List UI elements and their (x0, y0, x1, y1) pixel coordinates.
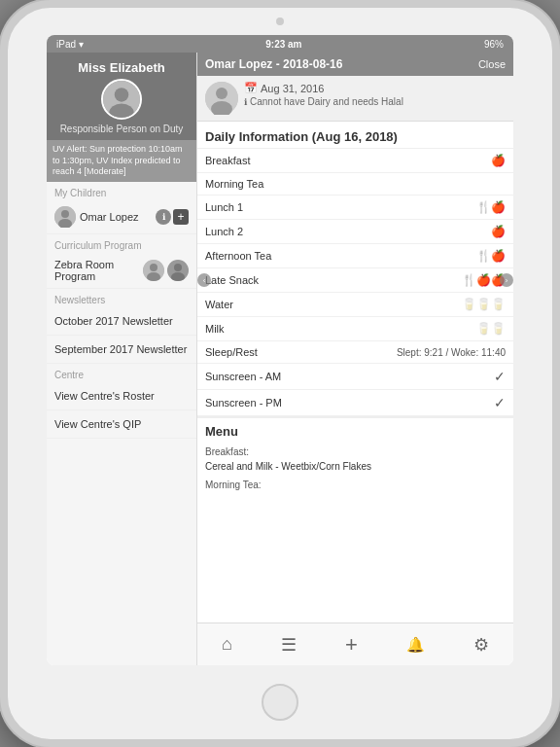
svg-point-10 (174, 264, 182, 271)
sidebar-section-curriculum: Curriculum Program (47, 234, 196, 253)
daily-info-header: Daily Information (Aug 16, 2018) (197, 122, 513, 149)
main-scroll[interactable]: Daily Information (Aug 16, 2018) Breakfa… (197, 122, 513, 622)
menu-item-breakfast-label: Breakfast: Cereal and Milk - Weetbix/Cor… (197, 443, 513, 476)
main-header: Omar Lopez - 2018-08-16 Close (197, 53, 513, 76)
meal-icons-afternoon-tea: 🍴🍎 (476, 249, 506, 263)
curriculum-avatar-2 (167, 260, 189, 281)
menu-section-header: Menu (197, 416, 513, 443)
meal-row-afternoon-tea: Afternoon Tea 🍴🍎 (197, 244, 513, 268)
sidebar-newsletter-sep[interactable]: September 2017 Newsletter (47, 336, 196, 364)
sidebar-user-name: Miss Elizabeth (51, 60, 192, 75)
sidebar-section-my-children: My Children (47, 182, 196, 200)
sunscreen-pm-row: Sunscreen - PM ✓ (197, 390, 513, 416)
sleep-label: Sleep/Rest (205, 346, 397, 358)
curriculum-avatar-1 (143, 260, 164, 281)
home-button[interactable] (262, 684, 298, 721)
meal-icons-lunch2: 🍎 (491, 225, 506, 238)
status-battery: 96% (484, 39, 504, 50)
nav-arrow-left[interactable]: ‹ (197, 273, 211, 287)
sunscreen-am-label: Sunscreen - AM (205, 371, 494, 382)
child-avatar-omar (54, 206, 76, 228)
meal-label-morning-tea: Morning Tea (205, 178, 506, 190)
meal-row-milk: Milk 🥛🥛 (197, 317, 513, 341)
device-top (8, 8, 552, 35)
add-child-btn[interactable]: + (173, 209, 189, 225)
calendar-icon: 📅 (244, 82, 258, 94)
bottom-nav-home[interactable]: ⌂ (222, 634, 232, 655)
main-panel: Omar Lopez - 2018-08-16 Close 📅 Aug 31, … (197, 53, 513, 665)
meal-icons-breakfast: 🍎 (491, 154, 506, 167)
sidebar-section-newsletters: Newsletters (47, 289, 196, 307)
sidebar-avatar (101, 79, 142, 120)
sidebar-header: Miss Elizabeth Responsible Person on Dut… (47, 53, 196, 140)
device: iPad ▾ 9:23 am 96% Miss Elizabeth (0, 0, 560, 747)
meal-label-milk: Milk (205, 323, 476, 335)
meal-row-breakfast: Breakfast 🍎 (197, 149, 513, 173)
sleep-value: Slept: 9:21 / Woke: 11:40 (397, 347, 506, 358)
child-alert-info: 📅 Aug 31, 2016 ℹ Cannot have Dairy and n… (244, 82, 506, 107)
nav-arrow-right[interactable]: › (500, 273, 513, 287)
meal-icons-lunch1: 🍴🍎 (476, 200, 506, 214)
svg-point-7 (150, 264, 158, 271)
camera (276, 18, 284, 25)
svg-point-4 (61, 210, 69, 218)
svg-point-13 (216, 88, 228, 99)
child-name-omar: Omar Lopez (80, 211, 139, 223)
sidebar-child-omar-lopez[interactable]: Omar Lopez ℹ + (47, 200, 196, 234)
sunscreen-am-check: ✓ (494, 369, 506, 384)
main-header-title: Omar Lopez - 2018-08-16 (205, 57, 342, 71)
info-icon: ℹ (244, 97, 247, 107)
uv-alert: UV Alert: Sun protection 10:10am to 1:30… (47, 140, 196, 182)
close-button[interactable]: Close (478, 58, 506, 70)
bottom-nav-bell[interactable]: 🔔 (406, 636, 425, 654)
bottom-nav: ⌂ ☰ + 🔔 ⚙ (197, 622, 513, 665)
meal-row-late-snack: Late Snack 🍴🍎🍎 ‹ › (197, 268, 513, 293)
sunscreen-am-row: Sunscreen - AM ✓ (197, 364, 513, 390)
sidebar-section-centre: Centre (47, 364, 196, 382)
device-bottom (262, 665, 298, 739)
meal-row-water: Water 🥛🥛🥛 (197, 293, 513, 317)
meal-label-breakfast: Breakfast (205, 155, 491, 166)
menu-item-morning-tea-label: Morning Tea: (197, 476, 513, 494)
sunscreen-pm-label: Sunscreen - PM (205, 397, 494, 409)
meal-row-lunch2: Lunch 2 🍎 (197, 220, 513, 244)
curriculum-avatars (143, 260, 189, 281)
sidebar-newsletter-oct[interactable]: October 2017 Newsletter (47, 307, 196, 336)
alert-date: 📅 Aug 31, 2016 (244, 82, 506, 94)
bottom-nav-list[interactable]: ☰ (281, 634, 297, 656)
meal-label-lunch1: Lunch 1 (205, 201, 476, 213)
meal-row-morning-tea: Morning Tea (197, 173, 513, 196)
sidebar-centre-qip[interactable]: View Centre's QIP (47, 410, 196, 439)
status-time: 9:23 am (265, 39, 301, 50)
sidebar: Miss Elizabeth Responsible Person on Dut… (47, 53, 197, 665)
child-alert: 📅 Aug 31, 2016 ℹ Cannot have Dairy and n… (197, 76, 513, 122)
sleep-row: Sleep/Rest Slept: 9:21 / Woke: 11:40 (197, 341, 513, 364)
menu-breakfast-value: Cereal and Milk - Weetbix/Corn Flakes (205, 459, 506, 474)
meal-label-afternoon-tea: Afternoon Tea (205, 250, 476, 262)
menu-morning-tea-label: Morning Tea: (205, 478, 506, 492)
meal-label-late-snack: Late Snack (205, 274, 462, 286)
bottom-nav-settings[interactable]: ⚙ (473, 634, 489, 656)
screen: iPad ▾ 9:23 am 96% Miss Elizabeth (47, 35, 513, 665)
status-ipad-label: iPad ▾ (56, 39, 84, 50)
status-bar: iPad ▾ 9:23 am 96% (47, 35, 513, 53)
meal-icons-milk: 🥛🥛 (476, 322, 506, 336)
sunscreen-pm-check: ✓ (494, 395, 506, 410)
status-left: iPad ▾ (56, 39, 84, 50)
meal-icons-water: 🥛🥛🥛 (462, 298, 506, 311)
child-alert-avatar (205, 82, 238, 115)
sidebar-user-role: Responsible Person on Duty (51, 124, 192, 134)
sidebar-child-icons: ℹ + (156, 209, 189, 225)
meal-row-lunch1: Lunch 1 🍴🍎 (197, 196, 513, 220)
svg-point-1 (115, 88, 128, 101)
sidebar-centre-roster[interactable]: View Centre's Roster (47, 382, 196, 410)
alert-text: ℹ Cannot have Dairy and needs Halal (244, 96, 506, 107)
curriculum-name: Zebra Room Program (54, 259, 139, 282)
bottom-nav-add[interactable]: + (345, 632, 358, 658)
menu-breakfast-label: Breakfast: (205, 445, 506, 459)
sidebar-curriculum-program[interactable]: Zebra Room Program (47, 253, 196, 289)
info-icon-btn[interactable]: ℹ (156, 209, 171, 225)
meal-label-lunch2: Lunch 2 (205, 226, 491, 237)
app-content: Miss Elizabeth Responsible Person on Dut… (47, 53, 513, 665)
meal-label-water: Water (205, 299, 462, 310)
